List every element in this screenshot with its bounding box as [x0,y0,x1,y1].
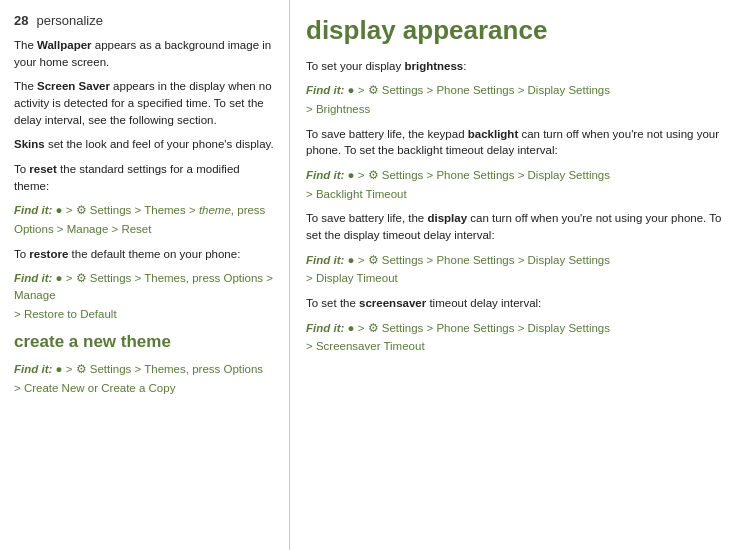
find-it-display-label: Find it: [306,254,344,266]
find-it-backlight-path: > Backlight Timeout [306,186,739,203]
page-number-bar: 28 personalize [14,12,275,31]
create-new-theme-heading: create a new theme [14,330,275,355]
find-it-screensaver-label: Find it: [306,322,344,334]
right-panel: display appearance To set your display b… [290,0,755,550]
find-it-new-theme-path: > Create New or Create a Copy [14,380,275,397]
find-it-backlight-label: Find it: [306,169,344,181]
find-it-reset: Find it: ● > ⚙ Settings > Themes > theme… [14,202,275,219]
wallpaper-term: Wallpaper [37,39,92,51]
find-it-brightness: Find it: ● > ⚙ Settings > Phone Settings… [306,82,739,99]
reset-paragraph: To reset the standard settings for a mod… [14,161,275,194]
display-intro: To save battery life, the display can tu… [306,210,739,243]
restore-paragraph: To restore the default theme on your pho… [14,246,275,263]
brightness-intro: To set your display brightness: [306,58,739,75]
find-it-brightness-label: Find it: [306,84,344,96]
find-it-restore: Find it: ● > ⚙ Settings > Themes, press … [14,270,275,303]
page-number: 28 [14,12,28,31]
skins-term: Skins [14,138,45,150]
backlight-intro: To save battery life, the keypad backlig… [306,126,739,159]
display-appearance-heading: display appearance [306,12,739,50]
find-it-restore-path: > Restore to Default [14,306,275,323]
restore-term: restore [29,248,68,260]
find-it-reset-label: Find it: [14,204,52,216]
brightness-term: brightness [404,60,463,72]
screensaver-term: Screen Saver [37,80,110,92]
find-it-backlight: Find it: ● > ⚙ Settings > Phone Settings… [306,167,739,184]
find-it-reset-path: Options > Manage > Reset [14,221,275,238]
screensaver-paragraph: The Screen Saver appears in the display … [14,78,275,128]
wallpaper-paragraph: The Wallpaper appears as a background im… [14,37,275,70]
skins-paragraph: Skins set the look and feel of your phon… [14,136,275,153]
find-it-screensaver: Find it: ● > ⚙ Settings > Phone Settings… [306,320,739,337]
find-it-brightness-path: > Brightness [306,101,739,118]
reset-term: reset [29,163,57,175]
find-it-screensaver-path: > Screensaver Timeout [306,338,739,355]
screensaver-term-right: screensaver [359,297,426,309]
find-it-new-theme-label: Find it: [14,363,52,375]
screensaver-intro: To set the screensaver timeout delay int… [306,295,739,312]
page-label: personalize [36,12,103,31]
backlight-term: backlight [468,128,518,140]
find-it-restore-label: Find it: [14,272,52,284]
left-panel: 28 personalize The Wallpaper appears as … [0,0,290,550]
find-it-new-theme: Find it: ● > ⚙ Settings > Themes, press … [14,361,275,378]
find-it-display: Find it: ● > ⚙ Settings > Phone Settings… [306,252,739,269]
find-it-display-path: > Display Timeout [306,270,739,287]
display-term: display [427,212,467,224]
